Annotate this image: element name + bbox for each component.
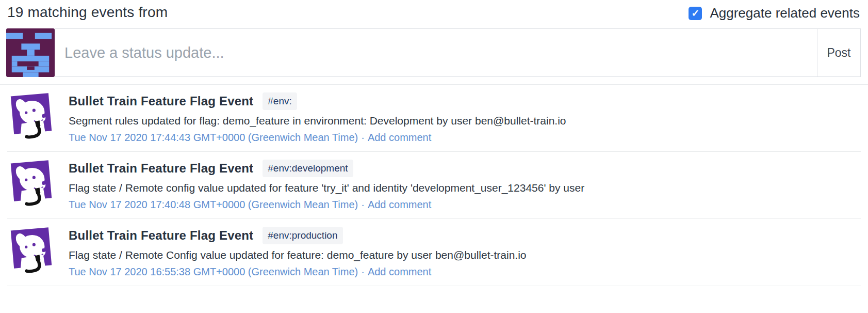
event-stream: Bullet Train Feature Flag Event #env: Se…: [7, 85, 861, 286]
events-header: 19 matching events from ✓ Aggregate rela…: [0, 0, 868, 26]
matching-events-title: 19 matching events from: [7, 4, 168, 21]
event-title: Bullet Train Feature Flag Event: [69, 161, 253, 176]
aggregate-related-events-toggle[interactable]: ✓ Aggregate related events: [689, 5, 860, 21]
aggregate-label: Aggregate related events: [710, 5, 860, 21]
meta-separator: ·: [358, 199, 368, 210]
post-button[interactable]: Post: [817, 29, 860, 76]
datadog-dog-avatar-icon: [7, 91, 55, 139]
event-timestamp-link[interactable]: Tue Nov 17 2020 16:55:38 GMT+0000 (Green…: [69, 266, 358, 277]
event-content: Bullet Train Feature Flag Event #env:pro…: [69, 226, 527, 278]
datadog-dog-avatar-icon: [7, 226, 55, 274]
env-tag-pill[interactable]: #env:: [263, 92, 297, 110]
add-comment-link[interactable]: Add comment: [368, 199, 431, 210]
event-timestamp-link[interactable]: Tue Nov 17 2020 17:44:43 GMT+0000 (Green…: [69, 132, 358, 143]
env-tag-pill[interactable]: #env:development: [263, 160, 353, 177]
event-description: Segment rules updated for flag: demo_fea…: [69, 115, 566, 127]
event-title: Bullet Train Feature Flag Event: [69, 94, 253, 108]
checked-checkbox-icon[interactable]: ✓: [689, 7, 702, 20]
event-description: Flag state / Remote Config value updated…: [69, 249, 527, 261]
event-meta-line: Tue Nov 17 2020 16:55:38 GMT+0000 (Green…: [69, 266, 527, 278]
event-meta-line: Tue Nov 17 2020 17:44:43 GMT+0000 (Green…: [69, 132, 566, 144]
status-update-box: Post: [55, 28, 861, 77]
add-comment-link[interactable]: Add comment: [368, 132, 431, 143]
event-title: Bullet Train Feature Flag Event: [69, 228, 253, 243]
meta-separator: ·: [358, 132, 368, 143]
datadog-dog-avatar-icon: [7, 159, 55, 207]
event-content: Bullet Train Feature Flag Event #env: Se…: [69, 91, 566, 144]
event-description: Flag state / Remote config value updated…: [69, 182, 584, 194]
add-comment-link[interactable]: Add comment: [368, 266, 431, 277]
meta-separator: ·: [358, 266, 368, 277]
event-row: Bullet Train Feature Flag Event #env:pro…: [7, 219, 861, 286]
env-tag-pill[interactable]: #env:production: [263, 227, 342, 244]
event-timestamp-link[interactable]: Tue Nov 17 2020 17:40:48 GMT+0000 (Green…: [69, 199, 358, 210]
event-content: Bullet Train Feature Flag Event #env:dev…: [69, 159, 584, 211]
event-row: Bullet Train Feature Flag Event #env:dev…: [7, 152, 861, 219]
event-row: Bullet Train Feature Flag Event #env: Se…: [7, 85, 861, 152]
user-identicon-avatar: [6, 28, 55, 77]
status-update-input[interactable]: [55, 29, 817, 76]
status-update-composer: Post: [6, 28, 861, 77]
event-meta-line: Tue Nov 17 2020 17:40:48 GMT+0000 (Green…: [69, 199, 584, 211]
